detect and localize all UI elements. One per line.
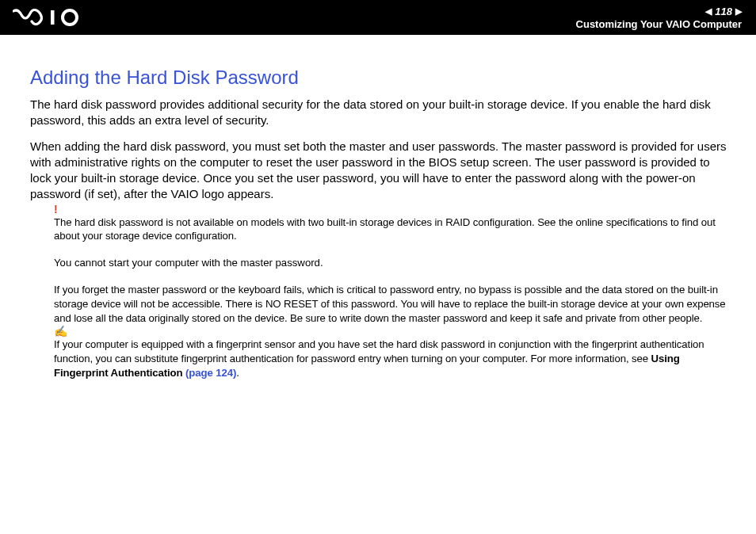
page-content: Adding the Hard Disk Password The hard d… [0, 35, 756, 380]
section-title: Customizing Your VAIO Computer [576, 18, 742, 30]
page-number: 118 [715, 6, 732, 17]
note-raid: The hard disk password is not available … [54, 216, 731, 244]
page-header: ◀ 118 ▶ Customizing Your VAIO Computer [0, 0, 756, 35]
page-navigation: ◀ 118 ▶ [576, 6, 742, 17]
vaio-logo [13, 9, 100, 26]
warning-block: ! The hard disk password is not availabl… [54, 216, 731, 326]
paragraph-details: When adding the hard disk password, you … [30, 139, 731, 203]
note-master-start: You cannot start your computer with the … [54, 256, 731, 270]
warning-icon: ! [54, 203, 58, 216]
svg-point-1 [63, 10, 77, 25]
page-title: Adding the Hard Disk Password [30, 67, 731, 89]
tip-block: ✍ If your computer is equipped with a fi… [54, 338, 731, 380]
next-page-arrow[interactable]: ▶ [735, 6, 742, 17]
svg-rect-0 [51, 10, 55, 25]
page-ref-link[interactable]: (page 124) [185, 367, 236, 379]
note-fingerprint: If your computer is equipped with a fing… [54, 338, 731, 380]
note-no-reset: If you forget the master password or the… [54, 283, 731, 325]
tip-icon: ✍ [54, 325, 67, 338]
paragraph-intro: The hard disk password provides addition… [30, 97, 731, 129]
prev-page-arrow[interactable]: ◀ [705, 6, 712, 17]
